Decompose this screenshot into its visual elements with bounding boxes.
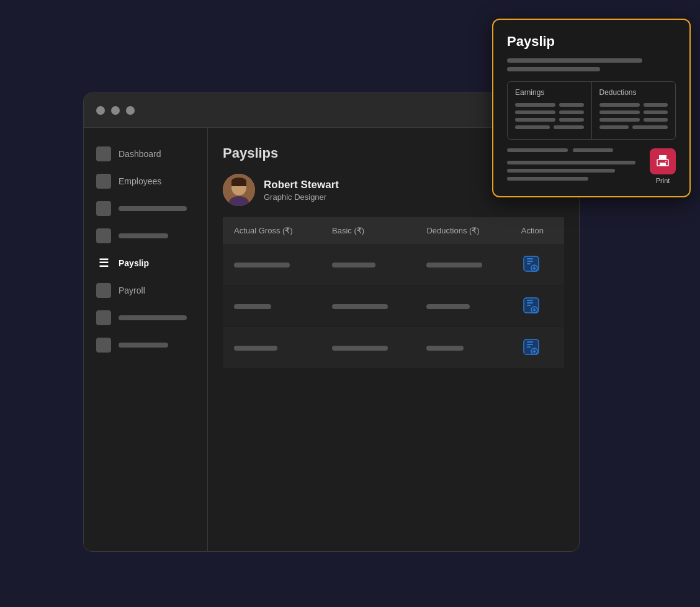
avatar-face (223, 174, 255, 206)
printer-icon (655, 154, 670, 169)
total-line-5 (507, 177, 588, 181)
download-btn-3[interactable] (521, 337, 541, 357)
cell-gross-3 (223, 327, 321, 369)
cell-gross-1 (223, 244, 321, 286)
total-line-4 (507, 169, 615, 173)
table-row (223, 244, 564, 286)
sidebar-item-payslip[interactable]: ☰ Payslip (84, 250, 207, 277)
sidebar-item-employees[interactable]: Employees (84, 168, 207, 195)
svg-rect-8 (527, 263, 531, 264)
app-window: Dashboard Employees ☰ Payslip (83, 92, 580, 552)
earnings-row-2 (515, 110, 584, 114)
print-button[interactable]: Print (650, 148, 676, 184)
gross-value-3 (234, 346, 277, 351)
employee-name: Robert Stewart (264, 179, 339, 191)
download-icon-3 (523, 338, 540, 356)
popup-summary-lines (507, 58, 676, 71)
employee-avatar (223, 174, 255, 206)
gross-value-2 (234, 304, 271, 309)
total-line-2 (573, 148, 613, 152)
sidebar-item-4[interactable] (84, 222, 207, 250)
popup-totals (507, 148, 642, 185)
popup-earnings-col: Earnings (508, 82, 592, 139)
sidebar-label-payslip: Payslip (119, 258, 149, 268)
total-line-1 (507, 148, 568, 152)
svg-point-22 (665, 161, 666, 162)
sidebar-label-employees: Employees (119, 176, 161, 186)
table-row (223, 327, 564, 369)
svg-rect-21 (660, 163, 666, 166)
sidebar-label-dashboard: Dashboard (119, 149, 161, 159)
payroll-icon (96, 283, 111, 298)
print-label: Print (656, 177, 670, 184)
svg-rect-13 (527, 305, 531, 306)
total-line-3 (507, 161, 635, 164)
svg-rect-18 (527, 346, 531, 348)
deductions-row-3 (599, 118, 668, 122)
download-btn-2[interactable] (521, 295, 541, 315)
popup-deductions-col: Deductions (592, 82, 676, 139)
sidebar-item-dashboard[interactable]: Dashboard (84, 140, 207, 168)
cell-basic-3 (321, 327, 415, 369)
sidebar-label-payroll: Payroll (119, 286, 145, 295)
svg-rect-17 (527, 344, 533, 345)
cell-ded-1 (415, 244, 509, 286)
popup-title: Payslip (507, 34, 676, 50)
payslip-table: Actual Gross (₹) Basic (₹) Deductions (₹… (223, 217, 564, 369)
employee-info: Robert Stewart Graphic Designer (264, 179, 339, 202)
dashboard-icon (96, 146, 111, 161)
table-row (223, 286, 564, 327)
sidebar-item-7[interactable] (84, 304, 207, 331)
deductions-label: Deductions (599, 88, 668, 97)
deductions-row-1 (599, 103, 668, 107)
popup-earnings-deductions: Earnings Deduction (507, 81, 676, 140)
svg-rect-7 (527, 261, 533, 262)
popup-line-2 (507, 67, 600, 71)
nav3-label (119, 206, 187, 211)
nav8-label (119, 343, 168, 348)
deductions-row-4 (599, 125, 668, 129)
print-icon-bg (650, 148, 676, 174)
traffic-light-3[interactable] (126, 106, 135, 115)
svg-rect-12 (527, 302, 533, 304)
download-icon-2 (523, 297, 540, 314)
earnings-row-1 (515, 103, 584, 107)
nav4-icon (96, 228, 111, 243)
cell-ded-3 (415, 327, 509, 369)
ded-value-3 (426, 346, 464, 351)
svg-rect-11 (527, 300, 533, 301)
cell-action-3 (510, 327, 564, 369)
svg-rect-16 (527, 341, 533, 343)
nav7-icon (96, 310, 111, 325)
nav3-icon (96, 201, 111, 216)
download-btn-1[interactable] (521, 254, 541, 274)
col-actual-gross: Actual Gross (₹) (223, 217, 321, 244)
traffic-light-1[interactable] (96, 106, 105, 115)
basic-value-1 (332, 263, 375, 268)
sidebar-item-payroll[interactable]: Payroll (84, 277, 207, 304)
earnings-row-4 (515, 125, 584, 129)
gross-value-1 (234, 263, 290, 268)
earnings-row-3 (515, 118, 584, 122)
cell-action-2 (510, 286, 564, 327)
cell-ded-2 (415, 286, 509, 327)
deductions-row-2 (599, 110, 668, 114)
col-basic: Basic (₹) (321, 217, 415, 244)
earnings-label: Earnings (515, 88, 584, 97)
col-action: Action (510, 217, 564, 244)
employees-icon (96, 174, 111, 189)
col-deductions: Deductions (₹) (415, 217, 509, 244)
download-icon-1 (523, 255, 540, 272)
nav4-label (119, 233, 168, 238)
popup-bottom-section: Print (507, 148, 676, 185)
traffic-light-2[interactable] (111, 106, 120, 115)
ded-value-2 (426, 304, 470, 309)
svg-rect-6 (527, 258, 533, 259)
sidebar-item-8[interactable] (84, 331, 207, 359)
cell-basic-2 (321, 286, 415, 327)
popup-line-1 (507, 58, 642, 63)
sidebar: Dashboard Employees ☰ Payslip (84, 128, 208, 551)
basic-value-3 (332, 346, 388, 351)
employee-role: Graphic Designer (264, 192, 339, 202)
sidebar-item-3[interactable] (84, 195, 207, 222)
